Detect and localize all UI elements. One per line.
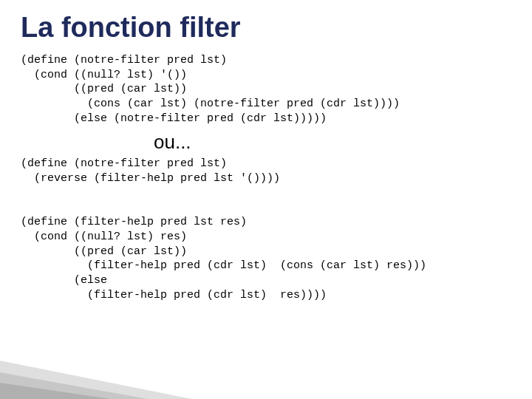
decorative-wedge [0, 347, 192, 399]
svg-marker-1 [0, 372, 148, 399]
slide: La fonction filter (define (notre-filter… [0, 0, 532, 399]
code-block-2: (define (notre-filter pred lst) (reverse… [21, 157, 519, 303]
svg-marker-0 [0, 361, 192, 399]
separator-text: ou... [154, 131, 519, 154]
svg-marker-2 [0, 383, 111, 399]
code-block-1: (define (notre-filter pred lst) (cond ((… [21, 53, 519, 126]
page-title: La fonction filter [21, 13, 519, 43]
